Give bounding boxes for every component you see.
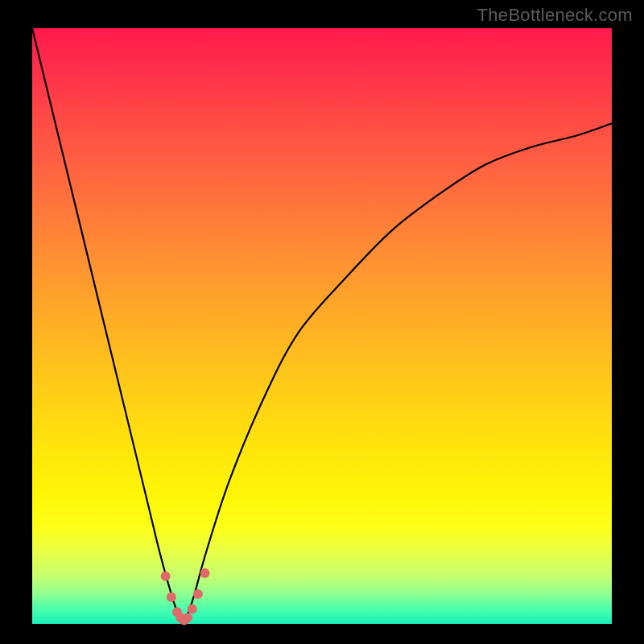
highlight-point xyxy=(167,592,176,602)
bottleneck-curve xyxy=(32,28,612,621)
highlight-point xyxy=(200,568,210,578)
highlight-point xyxy=(161,572,171,581)
chart-svg xyxy=(32,28,612,624)
watermark-text: TheBottleneck.com xyxy=(477,5,633,26)
highlight-markers xyxy=(161,568,210,625)
chart-frame: TheBottleneck.com xyxy=(0,0,644,644)
highlight-point xyxy=(193,589,203,599)
highlight-point xyxy=(183,613,192,623)
highlight-point xyxy=(188,605,197,614)
